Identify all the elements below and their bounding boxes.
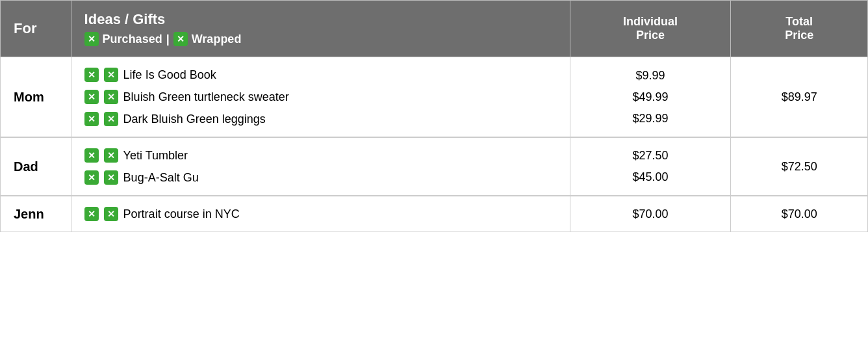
total-price-cell: $89.97 bbox=[731, 57, 868, 138]
gift-name: Yeti Tumbler bbox=[123, 149, 188, 163]
price-rows: $70.00 bbox=[583, 204, 718, 225]
gift-table: For Ideas / Gifts ✕ Purchased | ✕ Wrappe… bbox=[0, 0, 868, 232]
gift-row: ✕✕Yeti Tumbler bbox=[84, 144, 557, 166]
price-row: $45.00 bbox=[583, 166, 718, 188]
for-cell: Dad bbox=[1, 137, 71, 196]
total-price-cell: $70.00 bbox=[731, 196, 868, 232]
gifts-cell: ✕✕Portrait course in NYC bbox=[71, 196, 570, 232]
gift-row: ✕✕Bluish Green turtleneck sweater bbox=[84, 86, 557, 108]
gift-row: ✕✕Dark Bluish Green leggings bbox=[84, 108, 557, 130]
total-price-line1: Total bbox=[744, 15, 854, 29]
purchased-check-icon[interactable]: ✕ bbox=[84, 112, 99, 126]
price-rows: $9.99$49.99$29.99 bbox=[583, 65, 718, 129]
gifts-header-main: Ideas / Gifts bbox=[84, 11, 557, 28]
table-row: Mom✕✕Life Is Good Book✕✕Bluish Green tur… bbox=[1, 57, 868, 138]
for-header-text: For bbox=[14, 20, 36, 36]
purchased-check-icon[interactable]: ✕ bbox=[84, 90, 99, 104]
purchased-check-icon[interactable]: ✕ bbox=[84, 207, 99, 221]
price-rows: $27.50$45.00 bbox=[583, 145, 718, 188]
header-for: For bbox=[1, 1, 71, 57]
gifts-header-sub: ✕ Purchased | ✕ Wrapped bbox=[84, 32, 557, 46]
gift-row: ✕✕Bug-A-Salt Gu bbox=[84, 166, 557, 189]
purchased-check-icon[interactable]: ✕ bbox=[84, 170, 99, 185]
gift-name: Bug-A-Salt Gu bbox=[123, 171, 199, 185]
gift-name: Portrait course in NYC bbox=[123, 207, 240, 221]
wrapped-icon[interactable]: ✕ bbox=[173, 32, 188, 46]
individual-price-line1: Individual bbox=[583, 15, 718, 29]
purchased-label: Purchased bbox=[103, 33, 162, 46]
gifts-cell: ✕✕Life Is Good Book✕✕Bluish Green turtle… bbox=[71, 57, 570, 138]
header-total-price: Total Price bbox=[731, 1, 868, 57]
individual-price-cell: $9.99$49.99$29.99 bbox=[570, 57, 731, 138]
total-price-line2: Price bbox=[744, 29, 854, 42]
main-container: For Ideas / Gifts ✕ Purchased | ✕ Wrappe… bbox=[0, 0, 868, 232]
gift-name: Life Is Good Book bbox=[123, 68, 216, 82]
price-row: $49.99 bbox=[583, 86, 718, 108]
table-row: Dad✕✕Yeti Tumbler✕✕Bug-A-Salt Gu$27.50$4… bbox=[1, 137, 868, 196]
total-price-cell: $72.50 bbox=[731, 137, 868, 196]
wrapped-check-icon[interactable]: ✕ bbox=[104, 90, 118, 104]
wrapped-label: Wrapped bbox=[192, 33, 242, 46]
gift-name: Bluish Green turtleneck sweater bbox=[123, 90, 289, 104]
price-row: $29.99 bbox=[583, 108, 718, 129]
price-row: $70.00 bbox=[583, 204, 718, 225]
wrapped-check-icon[interactable]: ✕ bbox=[104, 148, 118, 163]
gift-name: Dark Bluish Green leggings bbox=[123, 113, 266, 126]
header-individual-price: Individual Price bbox=[570, 1, 731, 57]
for-cell: Jenn bbox=[1, 196, 71, 232]
individual-price-cell: $27.50$45.00 bbox=[570, 137, 731, 196]
purchased-check-icon[interactable]: ✕ bbox=[84, 148, 99, 163]
table-body: Mom✕✕Life Is Good Book✕✕Bluish Green tur… bbox=[1, 57, 868, 232]
wrapped-check-icon[interactable]: ✕ bbox=[104, 207, 118, 221]
wrapped-check-icon[interactable]: ✕ bbox=[104, 68, 118, 82]
individual-price-line2: Price bbox=[583, 29, 718, 42]
wrapped-check-icon[interactable]: ✕ bbox=[104, 170, 118, 185]
header-gifts: Ideas / Gifts ✕ Purchased | ✕ Wrapped bbox=[71, 1, 570, 57]
gift-row: ✕✕Portrait course in NYC bbox=[84, 203, 557, 225]
table-row: Jenn✕✕Portrait course in NYC$70.00$70.00 bbox=[1, 196, 868, 232]
for-cell: Mom bbox=[1, 57, 71, 138]
price-row: $27.50 bbox=[583, 145, 718, 166]
separator: | bbox=[166, 33, 170, 46]
purchased-icon[interactable]: ✕ bbox=[84, 32, 99, 46]
wrapped-check-icon[interactable]: ✕ bbox=[104, 112, 118, 126]
purchased-check-icon[interactable]: ✕ bbox=[84, 68, 99, 82]
gifts-cell: ✕✕Yeti Tumbler✕✕Bug-A-Salt Gu bbox=[71, 137, 570, 196]
gift-row: ✕✕Life Is Good Book bbox=[84, 64, 557, 86]
price-row: $9.99 bbox=[583, 65, 718, 86]
header-row: For Ideas / Gifts ✕ Purchased | ✕ Wrappe… bbox=[1, 1, 868, 57]
individual-price-cell: $70.00 bbox=[570, 196, 731, 232]
